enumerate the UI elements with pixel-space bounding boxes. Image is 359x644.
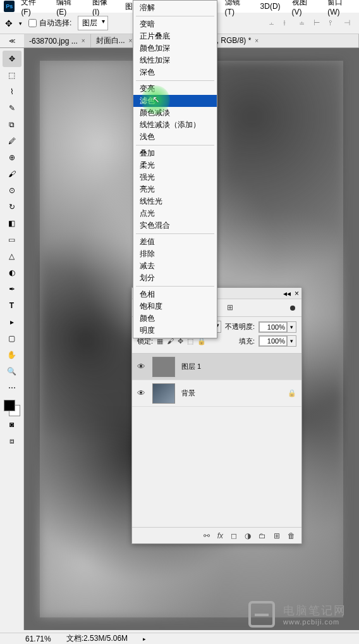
blend-darker-color[interactable]: 深色 [133,66,217,78]
menu-file[interactable]: 文件(F) [16,0,50,18]
tab-1-close-icon[interactable]: × [82,37,85,44]
align-bottom-icon[interactable]: ⫨ [298,18,308,28]
layer-item-background[interactable]: 👁 背景 🔒 [132,380,301,407]
blend-saturation[interactable]: 饱和度 [133,300,217,313]
brush-tool[interactable]: 🖌 [3,166,21,182]
ps-app-icon: Ps [4,1,15,12]
align-top-icon[interactable]: ⫠ [268,18,278,28]
color-swatch[interactable] [4,400,20,416]
gradient-tool[interactable]: ▭ [3,232,21,248]
marquee-tool[interactable]: ⬚ [3,67,21,84]
blend-hard-mix[interactable]: 实色混合 [133,220,217,232]
blend-hard-light[interactable]: 强光 [133,171,217,183]
blend-lighten[interactable]: 变亮 [133,83,217,95]
menu-edit[interactable]: 编辑(E) [51,0,86,18]
visibility-icon[interactable]: 👁 [137,362,146,371]
eraser-tool[interactable]: ◧ [3,215,21,232]
blend-dissolve[interactable]: 溶解 [133,2,217,14]
blend-pin-light[interactable]: 点光 [133,207,217,220]
tab-more-icon[interactable]: ⊞ [227,303,237,313]
blend-darken[interactable]: 变暗 [133,18,217,30]
delete-layer-icon[interactable]: 🗑 [288,531,295,540]
menu-3d[interactable]: 3D(D) [255,1,286,12]
stamp-tool[interactable]: ⊙ [3,182,21,199]
adjustment-layer-icon[interactable]: ◑ [245,531,251,540]
healing-tool[interactable]: ⊕ [3,149,21,166]
filter-toggle-icon[interactable] [290,306,295,311]
path-select-tool[interactable]: ▸ [3,314,21,330]
edit-toolbar[interactable]: ⋯ [3,380,21,396]
blend-lighter-color[interactable]: 浅色 [133,131,217,143]
align-left-icon[interactable]: ⊢ [313,18,324,28]
opacity-dropdown-icon[interactable]: ▾ [287,322,296,332]
blend-exclusion[interactable]: 排除 [133,248,217,260]
blend-soft-light[interactable]: 柔光 [133,159,217,171]
tab-2-close-icon[interactable]: × [129,37,133,44]
blend-hue[interactable]: 色相 [133,288,217,300]
blend-color-dodge[interactable]: 颜色减淡 [133,107,217,119]
layer-group-select[interactable]: 图层 [78,16,108,30]
blend-subtract[interactable]: 减去 [133,260,217,272]
dropdown-arrow-icon[interactable]: ▾ [19,20,22,27]
auto-select-checkbox[interactable] [28,19,37,27]
tab-3-close-icon[interactable]: × [255,37,259,44]
layer-item-1[interactable]: 👁 图层 1 [132,354,301,380]
crop-tool[interactable]: ⧉ [3,116,21,133]
blur-tool[interactable]: △ [3,248,21,264]
hand-tool[interactable]: ✋ [3,347,21,363]
menu-image[interactable]: 图像(I) [87,0,119,18]
layer-thumbnail[interactable] [152,383,175,404]
status-more-icon[interactable]: ▸ [143,636,146,642]
blend-linear-dodge[interactable]: 线性减淡（添加） [133,119,217,131]
blend-vivid-light[interactable]: 亮光 [133,183,217,195]
layer-mask-icon[interactable]: ◻ [231,531,237,540]
menu-view[interactable]: 视图(V) [287,0,322,18]
blend-overlay[interactable]: 叠加 [133,147,217,159]
panel-close-icon[interactable]: × [295,289,299,298]
new-group-icon[interactable]: 🗀 [259,531,266,540]
lasso-tool[interactable]: ⌇ [3,84,21,100]
history-brush-tool[interactable]: ↻ [3,199,21,215]
fill-input[interactable]: 100% [259,336,287,346]
blend-color-burn[interactable]: 颜色加深 [133,42,217,54]
blend-screen[interactable]: 滤色 [133,95,217,107]
link-layers-icon[interactable]: ⚯ [204,531,210,540]
move-tool[interactable]: ✥ [3,51,21,67]
opacity-input[interactable]: 100% [259,322,287,332]
blend-difference[interactable]: 差值 [133,236,217,248]
quick-mask-tool[interactable]: ◙ [3,416,21,433]
blend-multiply[interactable]: 正片叠底 [133,30,217,42]
tab-scroll-icon[interactable]: ≪ [0,34,24,47]
type-tool[interactable]: T [3,297,21,314]
dodge-tool[interactable]: ◐ [3,264,21,281]
menu-window[interactable]: 窗口(W) [322,0,359,18]
blend-linear-light[interactable]: 线性光 [133,195,217,207]
layer-thumbnail[interactable] [152,357,175,377]
blend-color[interactable]: 颜色 [133,313,217,325]
screen-mode-tool[interactable]: ⧈ [3,433,21,449]
align-vcenter-icon[interactable]: ⫲ [283,18,293,28]
zoom-tool[interactable]: 🔍 [3,363,21,380]
new-layer-icon[interactable]: ⊞ [274,531,280,540]
tab-2[interactable]: 封面白... × [91,34,138,47]
layer-name[interactable]: 图层 1 [181,362,296,371]
blend-linear-burn[interactable]: 线性加深 [133,54,217,66]
zoom-level[interactable]: 61.71% [25,635,51,643]
quick-select-tool[interactable]: ✎ [3,100,21,116]
blend-luminosity[interactable]: 明度 [133,325,217,337]
tab-1[interactable]: -638700.jpg ... × [24,34,91,47]
blend-divide[interactable]: 划分 [133,272,217,284]
panel-collapse-icon[interactable]: ◂◂ [283,289,291,298]
pen-tool[interactable]: ✒ [3,281,21,297]
fill-dropdown-icon[interactable]: ▾ [287,336,296,346]
align-right-icon[interactable]: ⊣ [344,18,354,28]
align-hcenter-icon[interactable]: ⫯ [329,18,339,28]
foreground-color[interactable] [4,400,15,411]
menu-filter[interactable]: 滤镜(T) [220,0,254,18]
visibility-icon[interactable]: 👁 [137,388,146,398]
layer-fx-icon[interactable]: fx [217,531,223,540]
shape-tool[interactable]: ▢ [3,330,21,347]
eyedropper-tool[interactable]: 🖉 [3,133,21,149]
layer-name[interactable]: 背景 [181,388,281,398]
blend-mode-dropdown: 溶解 变暗 正片叠底 颜色加深 线性加深 深色 变亮 滤色 颜色减淡 线性减淡（… [133,0,217,338]
